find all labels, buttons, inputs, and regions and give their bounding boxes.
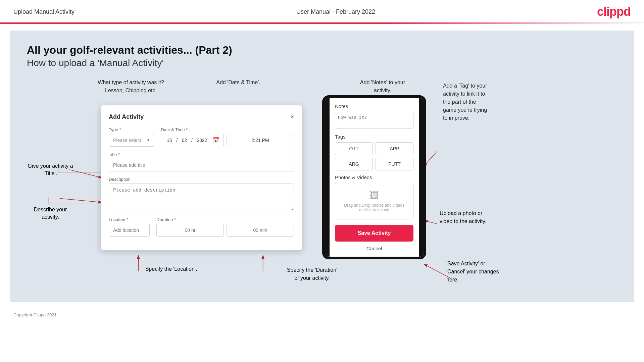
date-callout: Add 'Date & Time'. xyxy=(205,79,272,87)
description-textarea[interactable] xyxy=(109,184,294,210)
photos-section: Photos & Videos 🖼 Drag and Drop photos a… xyxy=(335,174,413,219)
copyright: Copyright Clippd 2021 xyxy=(13,312,57,317)
save-activity-button[interactable]: Save Activity xyxy=(335,225,413,242)
type-select[interactable]: Please select xyxy=(109,134,154,147)
notes-textarea[interactable] xyxy=(335,112,413,128)
tag-button-putt[interactable]: PUTT xyxy=(376,158,413,170)
cancel-link[interactable]: Cancel xyxy=(335,246,413,251)
type-callout: What type of activity was it? Lesson, Ch… xyxy=(97,79,164,95)
photo-upload-box[interactable]: 🖼 Drag and Drop photos and videos or cli… xyxy=(335,183,413,219)
photo-callout: Upload a photo or video to the activity. xyxy=(440,209,520,225)
title-field-group: Title * xyxy=(109,152,294,171)
location-callout: Specify the 'Location'. xyxy=(134,266,208,282)
date-input[interactable]: / / 📅 xyxy=(161,134,224,146)
date-month[interactable] xyxy=(180,138,189,143)
footer: Copyright Clippd 2021 xyxy=(0,309,644,321)
type-label: Type * xyxy=(109,127,154,132)
main-content: All your golf-relevant activities... (Pa… xyxy=(10,31,634,302)
title-label: Title * xyxy=(109,152,294,157)
tags-label: Tags xyxy=(335,134,413,140)
tag-button-arg[interactable]: ARG xyxy=(335,158,373,170)
title-input[interactable] xyxy=(109,159,294,171)
page-subtitle-center: User Manual - February 2022 xyxy=(296,8,375,15)
description-field-group: Description xyxy=(109,177,294,212)
location-input[interactable] xyxy=(109,224,150,237)
phone-mockup: Notes Tags OTTAPPARGPUTT Photos & Videos xyxy=(322,95,426,259)
location-field-group: Location * xyxy=(109,217,150,237)
duration-field-group: Duration * xyxy=(156,217,294,237)
tag-button-app[interactable]: APP xyxy=(376,142,413,155)
title-callout: Give your activity a 'Title'. xyxy=(27,162,74,177)
notes-section: Notes xyxy=(335,103,413,130)
tags-section: Tags OTTAPPARGPUTT xyxy=(335,134,413,170)
photo-upload-text: Drag and Drop photos and videos or click… xyxy=(344,203,404,212)
page-title-left: Upload Manual Activity xyxy=(13,8,75,15)
date-time-field-group: Date & Time * / / 📅 xyxy=(161,127,294,147)
page-subheading: How to upload a 'Manual Activity' xyxy=(27,58,617,68)
modal-close-button[interactable]: × xyxy=(290,113,294,120)
modal-title: Add Activity xyxy=(109,113,144,120)
notes-label: Notes xyxy=(335,103,413,109)
description-callout: Describe your activity. xyxy=(27,206,74,221)
page-heading: All your golf-relevant activities... (Pa… xyxy=(27,44,617,56)
logo: clippd xyxy=(597,5,631,19)
date-label: Date & Time * xyxy=(161,127,294,132)
date-year[interactable] xyxy=(195,138,209,143)
tag-button-ott[interactable]: OTT xyxy=(335,142,373,155)
location-label: Location * xyxy=(109,217,150,222)
date-day[interactable] xyxy=(165,138,174,143)
duration-callout: Specify the 'Duration' of your activity. xyxy=(275,266,349,282)
duration-label: Duration * xyxy=(156,217,294,222)
photo-icon: 🖼 xyxy=(342,190,406,201)
top-bar: Upload Manual Activity User Manual - Feb… xyxy=(0,0,644,22)
add-activity-modal: Add Activity × Type * Please select xyxy=(101,105,302,250)
time-input[interactable] xyxy=(227,134,294,146)
duration-hr-input[interactable] xyxy=(156,224,224,237)
notes-callout: Add 'Notes' to your activity. xyxy=(349,79,416,95)
photos-label: Photos & Videos xyxy=(335,174,413,180)
duration-min-input[interactable] xyxy=(227,224,294,237)
description-label: Description xyxy=(109,177,294,182)
type-field-group: Type * Please select xyxy=(109,127,154,147)
